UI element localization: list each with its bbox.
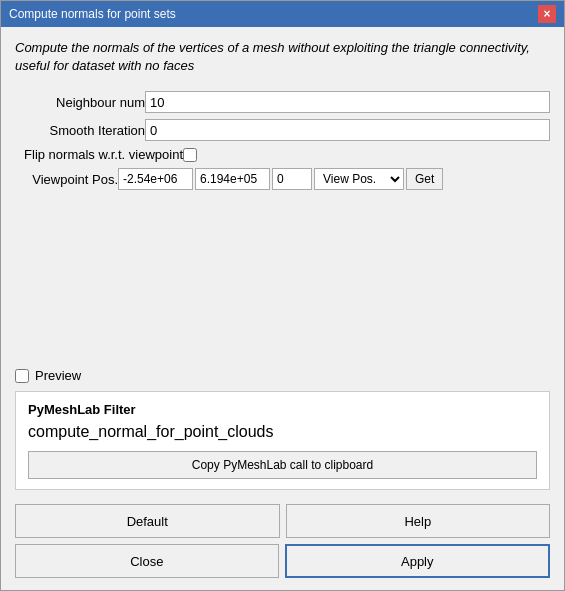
neighbour-input[interactable]	[145, 91, 550, 113]
bottom-buttons: Default Help Close Apply	[15, 504, 550, 578]
apply-button[interactable]: Apply	[285, 544, 551, 578]
close-button[interactable]: Close	[15, 544, 279, 578]
preview-checkbox[interactable]	[15, 369, 29, 383]
dialog: Compute normals for point sets × Compute…	[0, 0, 565, 591]
help-button[interactable]: Help	[286, 504, 551, 538]
viewpoint-label: Viewpoint Pos.	[15, 172, 118, 187]
viewpoint-x-input[interactable]	[118, 168, 193, 190]
close-icon[interactable]: ×	[538, 5, 556, 23]
default-help-row: Default Help	[15, 504, 550, 538]
form-area: Neighbour num Smooth Iteration Flip norm…	[15, 91, 550, 190]
dialog-title: Compute normals for point sets	[9, 7, 176, 21]
get-button[interactable]: Get	[406, 168, 443, 190]
viewpoint-inputs: View Pos. Get	[118, 168, 550, 190]
smooth-label: Smooth Iteration	[15, 123, 145, 138]
flip-label: Flip normals w.r.t. viewpoint	[15, 147, 183, 162]
neighbour-row: Neighbour num	[15, 91, 550, 113]
pymeshlab-filter-name: compute_normal_for_point_clouds	[28, 423, 537, 441]
close-apply-row: Close Apply	[15, 544, 550, 578]
copy-button[interactable]: Copy PyMeshLab call to clipboard	[28, 451, 537, 479]
viewpoint-y-input[interactable]	[195, 168, 270, 190]
smooth-input[interactable]	[145, 119, 550, 141]
smooth-row: Smooth Iteration	[15, 119, 550, 141]
preview-label: Preview	[35, 368, 81, 383]
view-pos-select[interactable]: View Pos.	[314, 168, 404, 190]
description-text: Compute the normals of the vertices of a…	[15, 39, 550, 75]
default-button[interactable]: Default	[15, 504, 280, 538]
pymeshlab-section-title: PyMeshLab Filter	[28, 402, 537, 417]
viewpoint-row: Viewpoint Pos. View Pos. Get	[15, 168, 550, 190]
dialog-content: Compute the normals of the vertices of a…	[1, 27, 564, 590]
pymeshlab-box: PyMeshLab Filter compute_normal_for_poin…	[15, 391, 550, 490]
neighbour-label: Neighbour num	[15, 95, 145, 110]
flip-row: Flip normals w.r.t. viewpoint	[15, 147, 550, 162]
flip-checkbox[interactable]	[183, 148, 197, 162]
viewpoint-z-input[interactable]	[272, 168, 312, 190]
preview-row: Preview	[15, 368, 550, 383]
title-bar: Compute normals for point sets ×	[1, 1, 564, 27]
